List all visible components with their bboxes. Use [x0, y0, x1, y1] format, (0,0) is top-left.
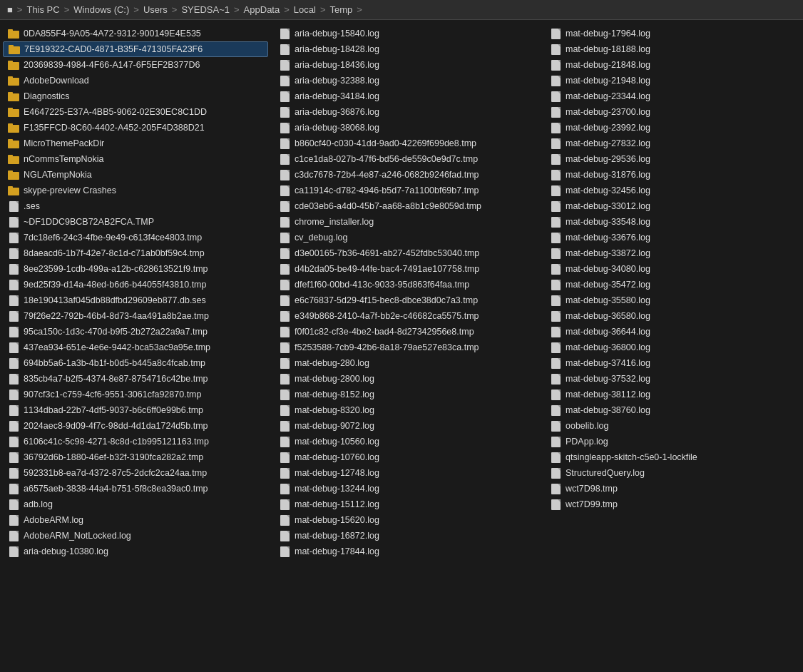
list-item[interactable]: 0DA855F4-9A05-4A72-9312-900149E4E535 — [3, 26, 268, 41]
list-item[interactable]: d3e00165-7b36-4691-ab27-452fdbc53040.tmp — [274, 245, 539, 261]
list-item[interactable]: 437ea934-651e-4e6e-9442-bca53ac9a95e.tmp — [3, 340, 268, 355]
list-item[interactable]: mat-debug-10560.log — [274, 434, 539, 449]
list-item[interactable]: mat-debug-33676.log — [545, 230, 803, 245]
list-item[interactable]: mat-debug-27832.log — [545, 136, 803, 151]
list-item[interactable]: mat-debug-23344.log — [545, 88, 803, 104]
list-item[interactable]: ~DF1DDC9BCB72AB2FCA.TMP — [3, 214, 268, 230]
breadcrumb-drive[interactable]: Windows (C:) — [73, 4, 129, 15]
list-item[interactable]: aria-debug-18428.log — [274, 41, 539, 57]
list-item[interactable]: 8ee23599-1cdb-499a-a12b-c628613521f9.tmp — [3, 261, 268, 277]
list-item[interactable]: mat-debug-33548.log — [545, 214, 803, 230]
list-item[interactable]: mat-debug-36644.log — [545, 324, 803, 340]
list-item[interactable]: mat-debug-16872.log — [274, 528, 539, 544]
list-item[interactable]: c1ce1da8-027b-47f6-bd56-de559c0e9d7c.tmp — [274, 151, 539, 167]
list-item[interactable]: PDApp.log — [545, 434, 803, 449]
list-item[interactable]: aria-debug-18436.log — [274, 57, 539, 73]
list-item[interactable]: mat-debug-8320.log — [274, 402, 539, 418]
list-item[interactable]: mat-debug-38112.log — [545, 387, 803, 402]
list-item[interactable]: cde03eb6-a4d0-45b7-aa68-a8b1c9e8059d.tmp — [274, 198, 539, 214]
list-item[interactable]: MicroThemePackDir — [3, 136, 268, 151]
breadcrumb-appdata[interactable]: AppData — [244, 4, 280, 15]
list-item[interactable]: dfef1f60-00bd-413c-9033-95d863f64faa.tmp — [274, 277, 539, 292]
breadcrumb-thispc[interactable]: This PC — [26, 4, 59, 15]
list-item[interactable]: mat-debug-35580.log — [545, 292, 803, 308]
list-item[interactable]: mat-debug-15112.log — [274, 497, 539, 512]
list-item[interactable]: cv_debug.log — [274, 230, 539, 245]
list-item[interactable]: 2024aec8-9d09-4f7c-98dd-4d1da1724d5b.tmp — [3, 418, 268, 434]
list-item[interactable]: AdobeDownload — [3, 73, 268, 88]
list-item[interactable]: f0f01c82-cf3e-4be2-bad4-8d27342956e8.tmp — [274, 324, 539, 340]
list-item[interactable]: aria-debug-36876.log — [274, 104, 539, 120]
list-item[interactable]: 7E919322-CAD0-4871-B35F-471305FA23F6 — [3, 41, 268, 57]
list-item[interactable]: mat-debug-37416.log — [545, 355, 803, 371]
list-item[interactable]: 8daeacd6-1b7f-42e7-8c1d-c71ab0bf59c4.tmp — [3, 245, 268, 261]
list-item[interactable]: skype-preview Crashes — [3, 183, 268, 198]
list-item[interactable]: 835cb4a7-b2f5-4374-8e87-8754716c42be.tmp — [3, 371, 268, 387]
list-item[interactable]: 592331b8-ea7d-4372-87c5-2dcfc2ca24aa.tmp — [3, 465, 268, 481]
list-item[interactable]: 36792d6b-1880-46ef-b32f-3190fca282a2.tmp — [3, 449, 268, 465]
list-item[interactable]: 6106c41c-5c98-4271-8c8d-c1b995121163.tmp — [3, 434, 268, 449]
list-item[interactable]: mat-debug-15620.log — [274, 512, 539, 528]
breadcrumb-user[interactable]: SYEDSA~1 — [181, 4, 230, 15]
list-item[interactable]: mat-debug-31876.log — [545, 167, 803, 183]
list-item[interactable]: wct7D99.tmp — [545, 497, 803, 512]
list-item[interactable]: mat-debug-17964.log — [545, 26, 803, 41]
list-item[interactable]: mat-debug-12748.log — [274, 465, 539, 481]
breadcrumb-temp[interactable]: Temp — [329, 4, 352, 15]
list-item[interactable]: mat-debug-17844.log — [274, 544, 539, 559]
list-item[interactable]: mat-debug-32456.log — [545, 183, 803, 198]
list-item[interactable]: b860cf40-c030-41dd-9ad0-42269f699de8.tmp — [274, 136, 539, 151]
list-item[interactable]: aria-debug-10380.log — [3, 544, 268, 559]
list-item[interactable]: mat-debug-18188.log — [545, 41, 803, 57]
list-item[interactable]: mat-debug-33872.log — [545, 245, 803, 261]
list-item[interactable]: mat-debug-21948.log — [545, 73, 803, 88]
list-item[interactable]: .ses — [3, 198, 268, 214]
list-item[interactable]: mat-debug-33012.log — [545, 198, 803, 214]
list-item[interactable]: qtsingleapp-skitch-c5e0-1-lockfile — [545, 449, 803, 465]
list-item[interactable]: mat-debug-23992.log — [545, 120, 803, 136]
list-item[interactable]: 9ed25f39-d14a-48ed-b6d6-b44055f43810.tmp — [3, 277, 268, 292]
breadcrumb-users[interactable]: Users — [143, 4, 168, 15]
list-item[interactable]: mat-debug-23700.log — [545, 104, 803, 120]
list-item[interactable]: mat-debug-21848.log — [545, 57, 803, 73]
list-item[interactable]: Diagnostics — [3, 88, 268, 104]
list-item[interactable]: mat-debug-34080.log — [545, 261, 803, 277]
list-item[interactable]: 18e190413af045db88dfbd29609eb877.db.ses — [3, 292, 268, 308]
list-item[interactable]: StructuredQuery.log — [545, 465, 803, 481]
list-item[interactable]: 20369839-4984-4F66-A147-6F5EF2B377D6 — [3, 57, 268, 73]
list-item[interactable]: mat-debug-37532.log — [545, 371, 803, 387]
list-item[interactable]: AdobeARM.log — [3, 512, 268, 528]
list-item[interactable]: mat-debug-2800.log — [274, 371, 539, 387]
list-item[interactable]: mat-debug-280.log — [274, 355, 539, 371]
list-item[interactable]: aria-debug-38068.log — [274, 120, 539, 136]
list-item[interactable]: wct7D98.tmp — [545, 481, 803, 497]
list-item[interactable]: F135FFCD-8C60-4402-A452-205F4D388D21 — [3, 120, 268, 136]
list-item[interactable]: 1134dbad-22b7-4df5-9037-b6c6ff0e99b6.tmp — [3, 402, 268, 418]
breadcrumb-local[interactable]: Local — [294, 4, 316, 15]
list-item[interactable]: nCommsTempNokia — [3, 151, 268, 167]
list-item[interactable]: d4b2da05-be49-44fe-bac4-7491ae107758.tmp — [274, 261, 539, 277]
list-item[interactable]: mat-debug-29536.log — [545, 151, 803, 167]
list-item[interactable]: 79f26e22-792b-46b4-8d73-4aa491a8b2ae.tmp — [3, 308, 268, 324]
list-item[interactable]: mat-debug-35472.log — [545, 277, 803, 292]
list-item[interactable]: e6c76837-5d29-4f15-bec8-dbce38d0c7a3.tmp — [274, 292, 539, 308]
list-item[interactable]: mat-debug-8152.log — [274, 387, 539, 402]
list-item[interactable]: aria-debug-32388.log — [274, 73, 539, 88]
list-item[interactable]: ca11914c-d782-4946-b5d7-7a1100bf69b7.tmp — [274, 183, 539, 198]
list-item[interactable]: aria-debug-15840.log — [274, 26, 539, 41]
list-item[interactable]: mat-debug-9072.log — [274, 418, 539, 434]
list-item[interactable]: mat-debug-38760.log — [545, 402, 803, 418]
list-item[interactable]: e349b868-2410-4a7f-bb2e-c46682ca5575.tmp — [274, 308, 539, 324]
list-item[interactable]: 694bb5a6-1a3b-4b1f-b0d5-b445a8c4fcab.tmp — [3, 355, 268, 371]
list-item[interactable]: E4647225-E37A-4BB5-9062-02E30EC8C1DD — [3, 104, 268, 120]
list-item[interactable]: mat-debug-10760.log — [274, 449, 539, 465]
list-item[interactable]: 7dc18ef6-24c3-4fbe-9e49-c613f4ce4803.tmp — [3, 230, 268, 245]
list-item[interactable]: a6575aeb-3838-44a4-b751-5f8c8ea39ac0.tmp — [3, 481, 268, 497]
list-item[interactable]: adb.log — [3, 497, 268, 512]
list-item[interactable]: aria-debug-34184.log — [274, 88, 539, 104]
list-item[interactable]: mat-debug-36800.log — [545, 340, 803, 355]
list-item[interactable]: AdobeARM_NotLocked.log — [3, 528, 268, 544]
list-item[interactable]: NGLATempNokia — [3, 167, 268, 183]
list-item[interactable]: 907cf3c1-c759-4cf6-9551-3061cfa92870.tmp — [3, 387, 268, 402]
list-item[interactable]: mat-debug-13244.log — [274, 481, 539, 497]
